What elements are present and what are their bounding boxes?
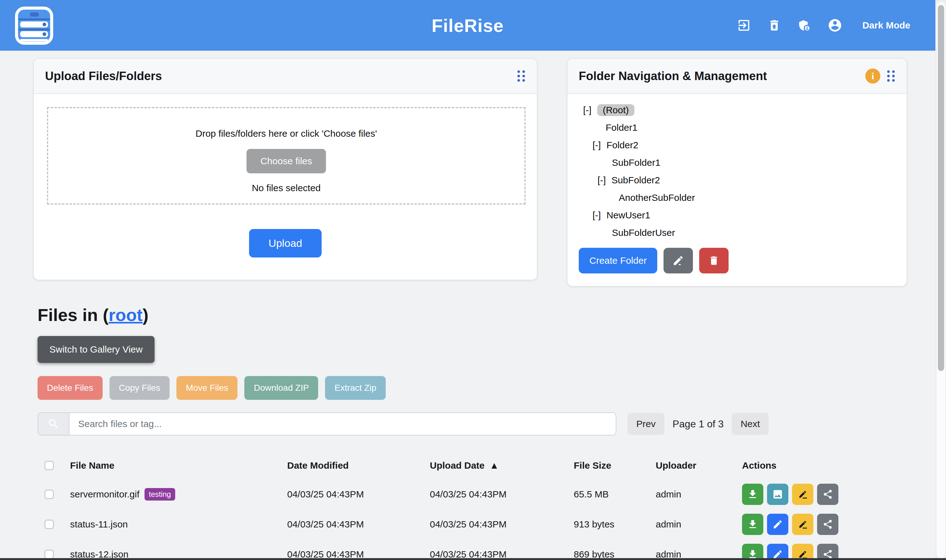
drag-handle-icon[interactable] <box>517 70 526 82</box>
folder-label[interactable]: SubFolder1 <box>612 157 660 168</box>
root-folder-link[interactable]: root <box>109 305 143 325</box>
rename-tag-button[interactable] <box>792 544 813 560</box>
share-button[interactable] <box>817 544 838 560</box>
logout-icon[interactable] <box>737 18 751 32</box>
download-button[interactable] <box>742 484 763 505</box>
files-heading-suffix: ) <box>143 305 149 325</box>
upload-card: Upload Files/Folders Drop files/folders … <box>33 58 537 280</box>
download-button[interactable] <box>742 544 763 560</box>
next-page-button[interactable]: Next <box>732 413 769 435</box>
pencil-icon <box>772 519 783 530</box>
image-icon <box>772 489 783 500</box>
column-header-upload-date[interactable]: Upload Date▲ <box>430 460 574 471</box>
scrollbar-thumb[interactable] <box>938 5 944 371</box>
rename-tag-button[interactable] <box>792 514 813 535</box>
row-checkbox[interactable] <box>45 520 54 529</box>
share-button[interactable] <box>817 514 838 535</box>
folder-tree-item[interactable]: SubFolder1 <box>568 154 907 171</box>
column-header-date-modified[interactable]: Date Modified <box>287 460 430 471</box>
folder-tree-item-root[interactable]: [-](Root) <box>568 102 907 119</box>
column-header-uploader[interactable]: Uploader <box>656 460 742 471</box>
prev-page-button[interactable]: Prev <box>628 413 665 435</box>
row-checkbox[interactable] <box>45 550 54 559</box>
pencil-icon <box>672 255 684 266</box>
folder-actions: Create Folder <box>579 248 729 274</box>
copy-files-button[interactable]: Copy Files <box>109 376 169 400</box>
tree-collapse-toggle[interactable]: [-] <box>592 210 601 220</box>
file-size: 65.5 MB <box>574 489 656 500</box>
choose-files-button[interactable]: Choose files <box>246 149 326 173</box>
date-modified: 04/03/25 04:43PM <box>287 519 430 530</box>
upload-button[interactable]: Upload <box>249 229 321 257</box>
share-icon <box>823 489 833 500</box>
file-dropzone[interactable]: Drop files/folders here or click 'Choose… <box>47 107 526 205</box>
table-row[interactable]: status-12.json 04/03/25 04:43PM 04/03/25… <box>37 539 914 560</box>
column-header-file-size[interactable]: File Size <box>574 460 656 471</box>
drag-handle-icon[interactable] <box>886 70 895 82</box>
tree-collapse-toggle[interactable]: [-] <box>583 105 592 115</box>
folder-label[interactable]: (Root) <box>597 104 634 116</box>
tree-collapse-toggle[interactable]: [-] <box>597 175 606 186</box>
create-folder-button[interactable]: Create Folder <box>579 248 657 274</box>
edit-file-button[interactable] <box>767 514 788 535</box>
switch-gallery-view-button[interactable]: Switch to Gallery View <box>37 336 155 363</box>
upload-date: 04/03/25 04:43PM <box>430 489 574 500</box>
uploader: admin <box>656 489 742 500</box>
app-header: FileRise Dark Mode <box>0 0 935 51</box>
delete-folder-button[interactable] <box>699 248 729 274</box>
folder-navigation-card: Folder Navigation & Management i [-](Roo… <box>567 58 907 286</box>
row-actions <box>742 514 914 535</box>
folder-tree-item[interactable]: [-]SubFolder2 <box>568 171 907 189</box>
download-zip-button[interactable]: Download ZIP <box>244 376 318 400</box>
folder-tree-item[interactable]: AnotherSubFolder <box>568 189 907 206</box>
share-icon <box>823 519 833 530</box>
extract-zip-button[interactable]: Extract Zip <box>325 376 386 400</box>
move-files-button[interactable]: Move Files <box>177 376 237 400</box>
info-icon[interactable]: i <box>865 69 880 83</box>
folder-label[interactable]: SubFolderUser <box>612 228 675 238</box>
trash-restore-icon[interactable] <box>768 18 781 32</box>
folder-label[interactable]: AnotherSubFolder <box>619 192 695 203</box>
search-input[interactable] <box>69 413 616 435</box>
folder-tree-item[interactable]: [-]NewUser1 <box>568 206 907 224</box>
tree-collapse-toggle[interactable]: [-] <box>592 140 601 151</box>
sort-asc-icon: ▲ <box>489 460 499 471</box>
download-button[interactable] <box>742 514 763 535</box>
bulk-actions-toolbar: Delete Files Copy Files Move Files Downl… <box>37 376 386 400</box>
file-size: 913 bytes <box>574 519 656 530</box>
rename-folder-button[interactable] <box>663 248 693 274</box>
upload-date: 04/03/25 04:43PM <box>430 519 574 530</box>
preview-image-button[interactable] <box>767 484 788 505</box>
share-button[interactable] <box>817 484 838 505</box>
no-files-selected-text: No files selected <box>48 183 524 193</box>
rename-tag-button[interactable] <box>792 484 813 505</box>
page-status: Page 1 of 3 <box>672 418 724 430</box>
table-row[interactable]: servermonitor.giftesting 04/03/25 04:43P… <box>37 479 914 509</box>
column-header-actions: Actions <box>742 460 914 471</box>
dark-mode-toggle[interactable]: Dark Mode <box>863 20 910 31</box>
column-header-file-name[interactable]: File Name <box>70 460 287 471</box>
profile-icon[interactable] <box>828 18 843 33</box>
edit-file-button[interactable] <box>767 544 788 560</box>
folder-tree-item[interactable]: [-]Folder2 <box>568 136 907 154</box>
pagination: Prev Page 1 of 3 Next <box>628 413 769 435</box>
files-heading-prefix: Files in ( <box>37 305 109 325</box>
delete-files-button[interactable]: Delete Files <box>37 376 103 400</box>
folder-label[interactable]: SubFolder2 <box>612 175 660 186</box>
select-all-checkbox[interactable] <box>45 461 54 470</box>
files-heading: Files in (root) <box>37 305 149 325</box>
header-actions: Dark Mode <box>737 0 910 51</box>
row-actions <box>742 544 914 560</box>
dropzone-instruction: Drop files/folders here or click 'Choose… <box>48 128 524 139</box>
folder-tree-item[interactable]: SubFolderUser <box>568 224 907 242</box>
viewport-bottom-edge <box>0 558 946 560</box>
upload-date-label: Upload Date <box>430 460 485 471</box>
row-checkbox[interactable] <box>45 489 54 499</box>
table-row[interactable]: status-11.json 04/03/25 04:43PM 04/03/25… <box>37 509 914 539</box>
folder-label[interactable]: Folder2 <box>606 140 638 151</box>
folder-label[interactable]: NewUser1 <box>606 210 651 220</box>
admin-shield-icon[interactable] <box>797 18 811 32</box>
folder-label[interactable]: Folder1 <box>606 122 638 133</box>
file-table: File Name Date Modified Upload Date▲ Fil… <box>37 452 914 560</box>
folder-tree-item[interactable]: Folder1 <box>568 119 907 136</box>
